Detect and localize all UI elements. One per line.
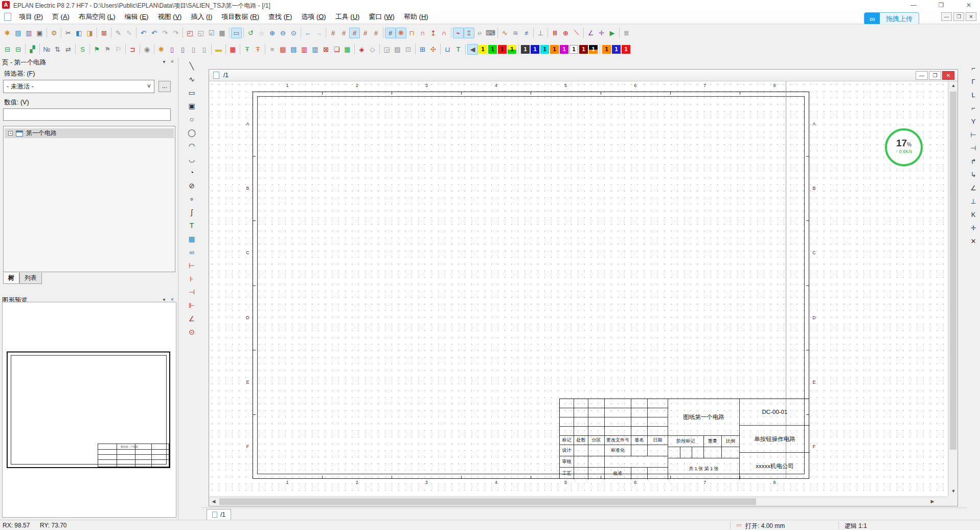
delete-selection-icon[interactable]: ⊠ <box>99 28 109 38</box>
report-table-red-icon[interactable]: ▤ <box>278 44 288 55</box>
menu-u[interactable]: 工具 (U) <box>331 10 364 24</box>
image-tool-icon[interactable]: ▦ <box>186 233 198 245</box>
line-tool-icon[interactable]: ╲ <box>186 60 198 72</box>
symbol-e-icon[interactable]: ℮ <box>474 28 485 38</box>
scroll-down-button[interactable]: ▼ <box>949 487 958 496</box>
document-system-icon[interactable] <box>4 13 11 21</box>
coord-perpendicular-icon[interactable]: ⊥ <box>968 195 979 207</box>
redraw-icon[interactable]: ↺ <box>245 28 256 38</box>
report-generate-icon[interactable]: ▥ <box>310 44 321 55</box>
align-nodes-icon[interactable]: ✣ <box>428 44 439 55</box>
text-tool-icon[interactable]: T <box>186 219 198 232</box>
layer-black-orange-chip[interactable]: 1 <box>589 45 598 54</box>
coord-angle-icon[interactable]: ∠ <box>968 182 979 193</box>
undo-icon[interactable]: ↶ <box>138 28 149 38</box>
circle-tool-icon[interactable]: ○ <box>186 113 198 125</box>
renumber-pairs-icon[interactable]: ⇄ <box>63 44 74 55</box>
coord-corner-2-icon[interactable]: Γ <box>968 76 979 87</box>
page-tab-1[interactable]: /1 <box>207 509 231 520</box>
coord-corner-1-icon[interactable]: ⌐ <box>968 62 979 74</box>
slashed-circle-tool-icon[interactable]: ⊘ <box>186 180 198 192</box>
menu-r[interactable]: 项目数据 (R) <box>217 10 264 24</box>
dt-numbering-icon[interactable]: ⑄ <box>464 28 474 38</box>
insert-macro-icon[interactable]: ⌁ <box>453 28 464 38</box>
menu-p[interactable]: 项目 (P) <box>14 10 48 24</box>
coord-corner-4-icon[interactable]: ⌐ <box>968 102 979 114</box>
device-list-icon[interactable]: ≡ <box>267 44 278 55</box>
layer-blue-chip[interactable]: 1 <box>531 45 539 54</box>
mdi-restore-button[interactable]: ❐ <box>953 12 964 21</box>
tree-expand-icon[interactable]: + <box>8 131 13 136</box>
menu-l[interactable]: 布局空间 (L) <box>74 10 120 24</box>
page-check-icon[interactable]: ☑ <box>206 28 217 38</box>
sector-tool-icon[interactable]: ◔ <box>186 166 198 179</box>
snapshot-icon[interactable]: ◉ <box>142 44 152 55</box>
coord-k-icon[interactable]: K <box>968 209 979 220</box>
zoom-out-icon[interactable]: ⊖ <box>278 28 288 38</box>
panel-close-icon[interactable]: × <box>169 58 176 65</box>
macro-frame-icon[interactable]: ⊡ <box>403 44 414 55</box>
layer-green-chip[interactable]: 1 <box>488 45 497 54</box>
menu-w[interactable]: 窗口 (W) <box>364 10 399 24</box>
busbar-connection-icon[interactable]: Ⅲ <box>550 28 560 38</box>
stamp-icon[interactable]: ⊥ <box>535 28 546 38</box>
dimension-incremental-icon[interactable]: ⊩ <box>186 299 198 312</box>
fill-surface-icon[interactable]: ◲ <box>381 44 392 55</box>
vertical-scroll-thumb[interactable] <box>950 92 956 450</box>
paste-icon[interactable]: ◨ <box>84 28 95 38</box>
design-mode-icon[interactable]: ⊓ <box>406 28 417 38</box>
node-diamond-2-icon[interactable]: ◇ <box>367 44 378 55</box>
align-vertical-snap-icon[interactable]: ↥ <box>428 28 439 38</box>
mdi-close-button[interactable]: ✕ <box>966 12 976 21</box>
layer-dark-gray-chip[interactable]: 1 <box>521 45 530 54</box>
layer-cyan-chip[interactable]: 1 <box>540 45 549 54</box>
filter-browse-button[interactable]: ... <box>158 81 171 92</box>
page-purple-icon[interactable]: ▯ <box>167 44 177 55</box>
new-macro-page-icon[interactable]: ✱ <box>156 44 167 55</box>
page-paste-icon[interactable]: ▯ <box>199 44 210 55</box>
new-window-icon[interactable]: ◰ <box>185 28 195 38</box>
grid-display-icon[interactable]: # <box>385 28 396 38</box>
child-restore-button[interactable]: ❐ <box>929 71 941 80</box>
undo-list-icon[interactable]: ↶ <box>149 28 159 38</box>
grid-green-icon[interactable]: ▦ <box>342 44 353 55</box>
close-project-icon[interactable]: ⊐ <box>127 44 138 55</box>
scroll-up-button[interactable]: ▲ <box>949 81 958 90</box>
child-close-button[interactable]: ✕ <box>942 71 954 80</box>
coord-target-icon[interactable]: ✛ <box>968 222 979 233</box>
terminal-strip-2-icon[interactable]: Ŧ <box>253 44 263 55</box>
plc-overview-icon[interactable]: ▦ <box>227 44 238 55</box>
object-snap-icon[interactable]: ∩ <box>417 28 428 38</box>
snap-to-grid-icon[interactable]: ❋ <box>396 28 406 38</box>
menu-o[interactable]: 选项 (O) <box>297 10 330 24</box>
new-project-icon[interactable]: ✱ <box>2 28 13 38</box>
close-button[interactable]: ✕ <box>961 1 976 9</box>
grid-size-c-icon[interactable]: # <box>349 28 360 38</box>
potential-connection-icon[interactable]: ⊕ <box>560 28 571 38</box>
connection-symbol-icon[interactable]: ≠ <box>521 28 532 38</box>
layer-yellow-chip[interactable]: 1 <box>478 45 487 54</box>
grid-size-a-icon[interactable]: # <box>328 28 338 38</box>
menu-h[interactable]: 帮助 (H) <box>399 10 433 24</box>
grid-size-d-icon[interactable]: # <box>360 28 371 38</box>
panel-pin-icon[interactable]: ▾ <box>161 58 168 65</box>
hatch-pattern-icon[interactable]: ▨ <box>392 44 403 55</box>
flag-settings-icon[interactable]: ⚑ <box>102 44 113 55</box>
coord-branch-2-icon[interactable]: ⊣ <box>968 142 979 153</box>
coord-corner-3-icon[interactable]: L <box>968 89 979 100</box>
keyboard-input-icon[interactable]: ⌨ <box>485 28 496 38</box>
layer-yellow-green-chip[interactable]: 1 <box>508 45 516 54</box>
insert-node-icon[interactable]: ⊞ <box>417 44 428 55</box>
report-delete-icon[interactable]: ⊠ <box>321 44 331 55</box>
workspace-icon[interactable]: ▭ <box>231 28 242 38</box>
dimension-radius-icon[interactable]: ⊙ <box>186 326 198 338</box>
copy-icon[interactable]: ◧ <box>74 28 84 38</box>
child-window-titlebar[interactable]: /1 — ❐ ✕ <box>209 70 958 81</box>
property-card-icon[interactable]: ▬ <box>213 44 224 55</box>
dimension-angle-icon[interactable]: ∠ <box>186 313 198 325</box>
layer-flag-red-chip[interactable]: 1 <box>622 45 630 54</box>
back-page-icon[interactable]: ← <box>303 28 313 38</box>
parts-cart-icon[interactable]: ⊔ <box>442 44 453 55</box>
page-macro-cart-2-icon[interactable]: ⊟ <box>13 44 24 55</box>
layer-dark-red-chip[interactable]: 1 <box>579 45 588 54</box>
